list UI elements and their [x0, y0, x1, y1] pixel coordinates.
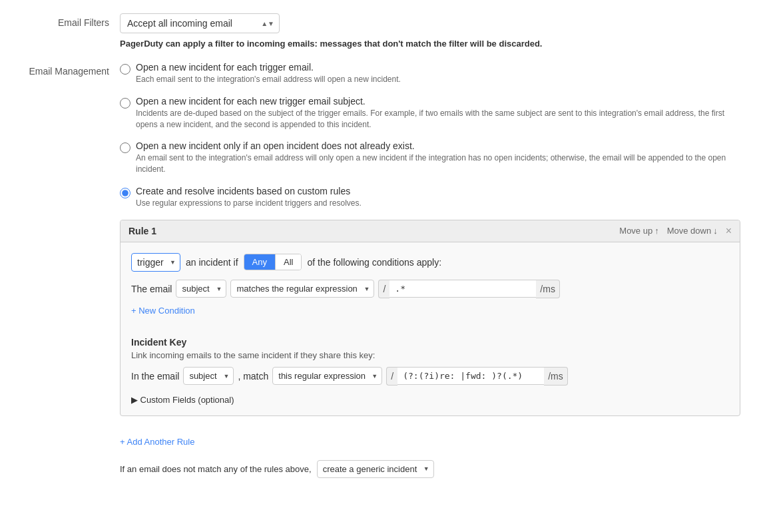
radio-input-3[interactable]: [120, 142, 130, 153]
move-up-label: Move up: [619, 226, 652, 236]
ik-subject-select[interactable]: subject: [183, 367, 234, 385]
ik-regex-input[interactable]: [397, 367, 544, 385]
conditions-text: of the following conditions apply:: [307, 257, 441, 268]
radio-option-1: Open a new incident for each trigger ema…: [120, 62, 740, 85]
ik-match-select[interactable]: this regular expression: [272, 367, 382, 385]
radio-text-2: Open a new incident for each new trigger…: [136, 96, 740, 131]
radio-title-3: Open a new incident only if an open inci…: [136, 140, 740, 151]
email-management-content: Open a new incident for each trigger ema…: [120, 62, 740, 478]
rule-body: trigger ▼ an incident if Any All of the …: [121, 242, 740, 415]
subject-select-wrapper: subject ▼: [176, 280, 226, 298]
radio-title-1: Open a new incident for each trigger ema…: [136, 62, 401, 73]
email-filter-select[interactable]: Accept all incoming email: [120, 13, 280, 33]
radio-option-3: Open a new incident only if an open inci…: [120, 140, 740, 175]
ik-regex-slash-icon: /: [386, 367, 397, 386]
trigger-select[interactable]: trigger: [131, 253, 180, 272]
rule-box: Rule 1 Move up ↑ Move down ↓ ×: [120, 220, 740, 416]
incident-key-desc: Link incoming emails to the same inciden…: [131, 350, 729, 360]
email-filter-select-wrapper: Accept all incoming email ▲▼: [120, 13, 280, 33]
email-filters-content: Accept all incoming email ▲▼ PagerDuty c…: [120, 13, 740, 49]
match-select[interactable]: matches the regular expression: [230, 280, 374, 298]
rule-header: Rule 1 Move up ↑ Move down ↓ ×: [121, 220, 740, 242]
ik-subject-select-wrapper: subject ▼: [183, 367, 234, 385]
regex-flags: /ms: [536, 280, 560, 298]
radio-title-2: Open a new incident for each new trigger…: [136, 96, 740, 107]
radio-option-2: Open a new incident for each new trigger…: [120, 96, 740, 131]
no-match-select-wrapper: create a generic incident ▼: [317, 460, 434, 478]
email-filters-row: Email Filters Accept all incoming email …: [27, 13, 740, 49]
incident-key-title: Incident Key: [131, 337, 729, 348]
custom-fields-label: ▶ Custom Fields (optional): [131, 395, 234, 405]
email-management-row: Email Management Open a new incident for…: [27, 62, 740, 478]
rule-footer: + Add Another Rule If an email does not …: [120, 429, 740, 478]
radio-text-3: Open a new incident only if an open inci…: [136, 140, 740, 175]
radio-title-4: Create and resolve incidents based on cu…: [136, 186, 362, 196]
down-arrow-icon: ↓: [713, 226, 718, 236]
move-down-button[interactable]: Move down ↓: [667, 226, 718, 236]
move-up-button[interactable]: Move up ↑: [619, 226, 658, 236]
custom-fields-toggle[interactable]: ▶ Custom Fields (optional): [131, 395, 729, 405]
email-management-label: Email Management: [27, 62, 120, 77]
trigger-select-wrapper: trigger ▼: [131, 253, 180, 272]
trigger-text: an incident if: [186, 257, 238, 268]
in-email-text: In the email: [131, 371, 179, 382]
radio-input-2[interactable]: [120, 98, 130, 109]
ik-match-select-wrapper: this regular expression ▼: [272, 367, 382, 385]
regex-input[interactable]: [389, 280, 536, 298]
match-row: In the email subject ▼ , match this regu…: [131, 367, 729, 386]
email-text: The email: [131, 284, 172, 294]
ik-regex-flags: /ms: [544, 367, 568, 386]
rule-title: Rule 1: [128, 226, 156, 236]
rule-close-button[interactable]: ×: [726, 226, 732, 236]
regex-group: / /ms: [378, 280, 559, 298]
radio-input-1[interactable]: [120, 64, 130, 75]
rule-actions: Move up ↑ Move down ↓ ×: [619, 226, 732, 236]
custom-fields-section: ▶ Custom Fields (optional): [131, 395, 729, 405]
radio-group: Open a new incident for each trigger ema…: [120, 62, 740, 209]
radio-desc-4: Use regular expressions to parse inciden…: [136, 198, 362, 209]
any-button[interactable]: Any: [244, 254, 276, 270]
radio-text-1: Open a new incident for each trigger ema…: [136, 62, 401, 85]
radio-desc-2: Incidents are de-duped based on the subj…: [136, 108, 740, 131]
subject-select[interactable]: subject: [176, 280, 226, 298]
email-filters-label: Email Filters: [27, 13, 120, 28]
radio-desc-3: An email sent to the integration's email…: [136, 152, 740, 175]
radio-desc-1: Each email sent to the integration's ema…: [136, 74, 401, 85]
footer-row: If an email does not match any of the ru…: [120, 460, 740, 478]
up-arrow-icon: ↑: [654, 226, 659, 236]
radio-option-4: Create and resolve incidents based on cu…: [120, 186, 740, 209]
email-filter-note: PagerDuty can apply a filter to incoming…: [120, 39, 740, 49]
no-match-text: If an email does not match any of the ru…: [120, 464, 312, 474]
move-down-label: Move down: [667, 226, 711, 236]
condition-row: The email subject ▼ matches the regular …: [131, 280, 729, 298]
all-button[interactable]: All: [276, 254, 301, 270]
no-match-select[interactable]: create a generic incident: [317, 460, 434, 478]
incident-key-section: Incident Key Link incoming emails to the…: [131, 337, 729, 386]
match-comma-text: , match: [238, 371, 268, 382]
trigger-row: trigger ▼ an incident if Any All of the …: [131, 253, 729, 272]
add-rule-link[interactable]: + Add Another Rule: [120, 437, 194, 447]
new-condition-link[interactable]: + New Condition: [131, 306, 195, 316]
match-select-wrapper: matches the regular expression ▼: [230, 280, 374, 298]
ik-regex-group: / /ms: [386, 367, 567, 386]
radio-text-4: Create and resolve incidents based on cu…: [136, 186, 362, 209]
regex-slash-icon: /: [378, 280, 389, 298]
any-all-toggle: Any All: [244, 254, 302, 270]
radio-input-4[interactable]: [120, 188, 130, 198]
